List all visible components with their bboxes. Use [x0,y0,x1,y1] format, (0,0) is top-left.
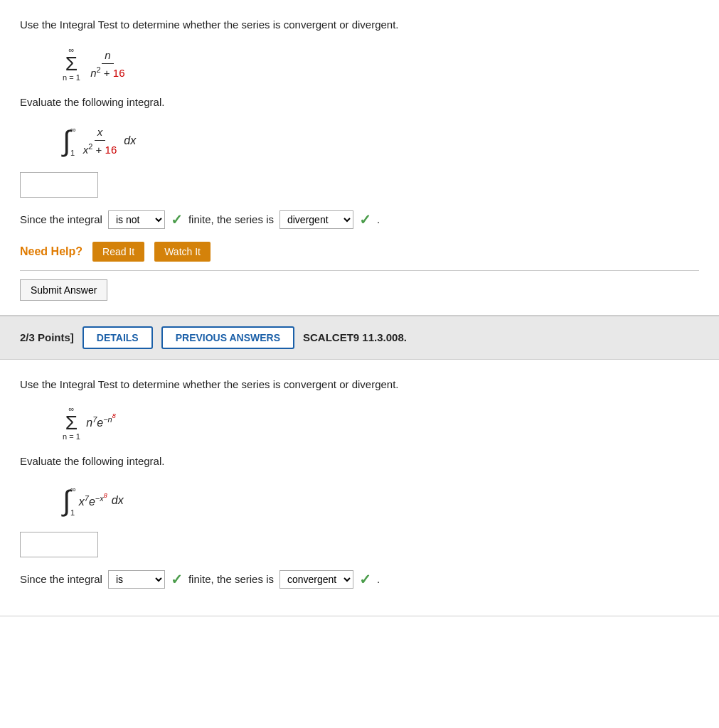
answer-input-1[interactable] [20,172,98,198]
divider-1 [20,270,699,271]
period-2: . [377,573,380,585]
eval-text-2: Evaluate the following integral. [20,454,699,470]
section-1: Use the Integral Test to determine wheth… [0,0,719,316]
since-text-2: Since the integral [20,573,102,585]
integral-formula-2: ∫ ∞ 1 x7e−x8 dx [63,483,699,519]
problem-ref: SCALCET9 11.3.008. [303,331,407,343]
read-it-button[interactable]: Read It [92,242,144,262]
series-formula-2: ∞ Σ n = 1 n7e−n8 [63,405,699,441]
check-icon-series-2: ✓ [359,571,371,588]
series-dropdown-1[interactable]: divergent convergent [279,210,353,229]
need-help-row: Need Help? Read It Watch It [20,242,699,262]
integral-dropdown-2[interactable]: is is not [108,570,165,589]
check-icon-integral-1: ✓ [171,211,183,228]
answer-input-2[interactable] [20,532,98,557]
section-2: Use the Integral Test to determine wheth… [0,360,719,616]
watch-it-button[interactable]: Watch It [154,242,211,262]
answer-box-2 [20,532,699,557]
finite-text-1: finite, the series is [188,213,274,225]
sigma-symbol-2: ∞ Σ n = 1 [63,405,80,441]
check-icon-integral-2: ✓ [171,571,183,588]
submit-button[interactable]: Submit Answer [20,279,107,301]
series-dropdown-2[interactable]: convergent divergent [279,570,353,589]
sigma-symbol-1: ∞ Σ n = 1 [63,46,80,82]
finite-text-2: finite, the series is [188,573,274,585]
details-button[interactable]: DETAILS [82,326,153,349]
since-row-2: Since the integral is is not ✓ finite, t… [20,570,699,589]
answer-box-1 [20,172,699,198]
series-fraction-1: n n2 + 16 [87,48,127,80]
section-2-header: 2/3 Points] DETAILS PREVIOUS ANSWERS SCA… [0,316,719,360]
since-text-1: Since the integral [20,213,102,225]
submit-row: Submit Answer [20,279,699,301]
problem-text-1: Use the Integral Test to determine wheth… [20,17,699,33]
check-icon-series-1: ✓ [359,211,371,228]
points-label: 2/3 Points] [20,331,74,343]
prev-answers-button[interactable]: PREVIOUS ANSWERS [161,326,294,349]
need-help-label: Need Help? [20,245,82,258]
integral-formula-1: ∫ ∞ 1 x x2 + 16 dx [63,123,699,159]
series-formula-1: ∞ Σ n = 1 n n2 + 16 [63,46,699,82]
since-row-1: Since the integral is not is ✓ finite, t… [20,210,699,229]
eval-text-1: Evaluate the following integral. [20,95,699,111]
problem-text-2: Use the Integral Test to determine wheth… [20,377,699,393]
period-1: . [377,213,380,225]
integral-dropdown-1[interactable]: is not is [108,210,165,229]
